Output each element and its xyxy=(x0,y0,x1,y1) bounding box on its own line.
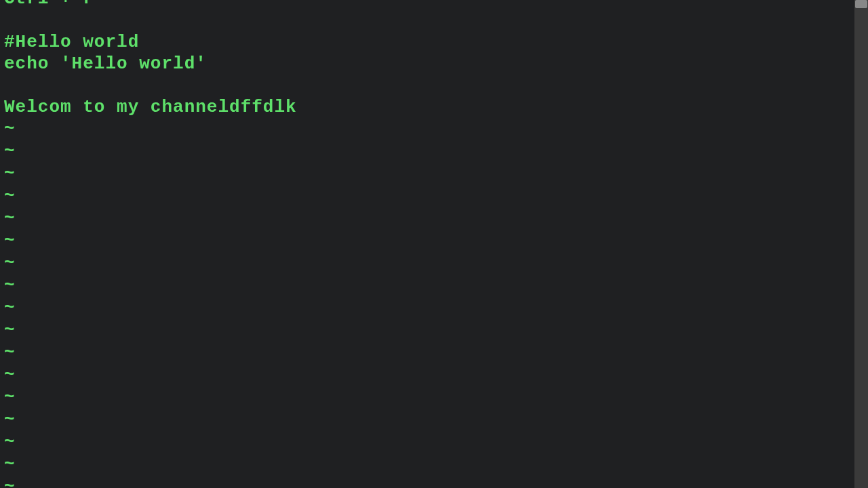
text-line: Welcom to my channeldffdlk xyxy=(4,96,854,118)
tilde-line: ~ xyxy=(4,207,854,230)
text-line: #Hello world xyxy=(4,31,854,53)
tilde-line: ~ xyxy=(4,431,854,453)
text-line: Ctrl + r xyxy=(4,0,854,9)
text-line: echo 'Hello world' xyxy=(4,53,854,75)
tilde-line: ~ xyxy=(4,185,854,207)
editor-viewport[interactable]: Ctrl + r #Hello world echo 'Hello world'… xyxy=(0,0,854,476)
tilde-line: ~ xyxy=(4,453,854,476)
scrollbar-thumb[interactable] xyxy=(855,0,867,8)
tilde-line: ~ xyxy=(4,252,854,274)
tilde-line: ~ xyxy=(4,118,854,140)
empty-line xyxy=(4,75,854,96)
tilde-line: ~ xyxy=(4,364,854,386)
tilde-line: ~ xyxy=(4,297,854,319)
tilde-line: ~ xyxy=(4,319,854,342)
tilde-line: ~ xyxy=(4,476,854,488)
tilde-line: ~ xyxy=(4,163,854,185)
scrollbar-track[interactable] xyxy=(854,0,868,488)
tilde-line: ~ xyxy=(4,386,854,409)
tilde-line: ~ xyxy=(4,274,854,297)
tilde-line: ~ xyxy=(4,230,854,252)
empty-line xyxy=(4,9,854,31)
tilde-line: ~ xyxy=(4,409,854,431)
tilde-line: ~ xyxy=(4,140,854,163)
tilde-line: ~ xyxy=(4,342,854,364)
